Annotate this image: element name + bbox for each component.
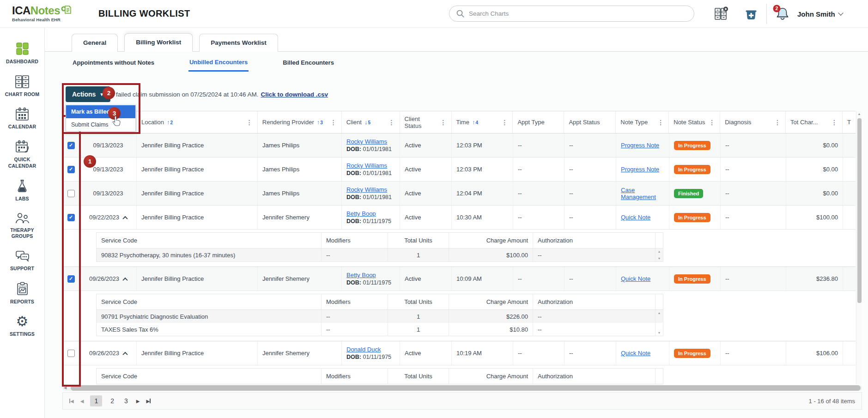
next-page-button[interactable]: ▶ [136, 399, 140, 404]
vertical-scrollbar[interactable]: ▲ [856, 111, 862, 384]
note-type-link[interactable]: Quick Note [621, 275, 664, 282]
add-chart-icon[interactable] [714, 6, 728, 20]
header-tot-charge[interactable]: Tot Char...⋮ [786, 111, 843, 133]
column-menu-icon[interactable]: ⋮ [437, 119, 447, 126]
actions-dropdown-menu: Mark as Billed Submit Claims [66, 105, 136, 132]
row-checkbox[interactable] [67, 166, 75, 173]
notifications-bell-icon[interactable]: 2 [772, 5, 791, 22]
horizontal-scroll-thumb[interactable] [71, 385, 861, 391]
column-menu-icon[interactable]: ⋮ [243, 119, 253, 126]
client-link[interactable]: Betty Boop [346, 272, 395, 279]
pharmacy-icon[interactable] [744, 6, 759, 21]
row-checkbox[interactable] [67, 142, 75, 149]
sidebar-item-settings[interactable]: ⚙ SETTINGS [0, 312, 44, 340]
scroll-up-icon[interactable]: ▲ [856, 111, 862, 115]
sidebar-item-reports[interactable]: REPORTS [0, 279, 44, 308]
topbar-divider [766, 4, 767, 24]
page-title: BILLING WORKLIST [98, 8, 190, 19]
column-menu-icon[interactable]: ⋮ [771, 119, 781, 126]
subtab-appointments-without-notes[interactable]: Appointments without Notes [72, 53, 155, 71]
column-menu-icon[interactable]: ⋮ [828, 119, 838, 126]
menu-item-submit-claims[interactable]: Submit Claims [66, 118, 135, 131]
hand-cursor-icon [112, 115, 121, 127]
subtab-billed-encounters[interactable]: Billed Encounters [282, 53, 335, 71]
detail-scroll-spinner[interactable]: ▲▼ [656, 249, 662, 261]
table-row[interactable]: 09/13/2023 Jennifer Billing Practice Jam… [62, 182, 856, 206]
prev-page-button[interactable]: ◀ [80, 399, 84, 404]
note-type-link[interactable]: Case Management [621, 187, 664, 200]
client-link[interactable]: Donald Duck [346, 346, 395, 353]
row-checkbox[interactable] [67, 190, 75, 197]
table-row[interactable]: 09/22/2023 Jennifer Billing Practice Jen… [62, 206, 856, 230]
app-logo[interactable]: ICANotes Behavioral Health EHR [12, 5, 72, 22]
client-link[interactable]: Betty Boop [346, 210, 395, 217]
header-client-status[interactable]: Client Status⋮ [400, 111, 452, 133]
labs-icon [16, 179, 29, 193]
sidebar-item-chart-room[interactable]: CHART ROOM [0, 72, 44, 101]
client-link[interactable]: Rocky Williams [346, 138, 395, 145]
header-appt-type[interactable]: Appt Type [513, 111, 564, 133]
tab-payments-worklist[interactable]: Payments Worklist [199, 34, 278, 52]
detail-scroll-spinner[interactable]: ▲▼ [656, 310, 662, 335]
header-time[interactable]: Time↑4⋮ [452, 111, 513, 133]
collapse-caret-icon[interactable] [122, 278, 127, 283]
pagination-summary: 1 - 16 of 48 items [809, 398, 855, 405]
sidebar-item-quick-calendar[interactable]: QUICK CALENDAR [0, 137, 44, 172]
search-charts-box[interactable] [449, 6, 694, 22]
subtab-unbilled-encounters[interactable]: Unbilled Encounters [188, 53, 249, 72]
row-checkbox[interactable] [67, 214, 75, 221]
search-icon [456, 9, 465, 18]
page-number-1[interactable]: 1 [90, 395, 102, 406]
header-note-type[interactable]: Note Type⋮ [616, 111, 669, 133]
note-type-link[interactable]: Quick Note [621, 214, 664, 221]
note-status-badge: In Progress [674, 165, 710, 174]
client-link[interactable]: Rocky Williams [346, 162, 395, 169]
service-detail-table: Service Code Modifiers Total Units Charg… [62, 230, 856, 267]
sidebar-item-therapy-groups[interactable]: THERAPY GROUPS [0, 209, 44, 242]
sidebar-item-dashboard[interactable]: DASHBOARD [0, 39, 44, 68]
header-appt-status[interactable]: Appt Status [564, 111, 616, 133]
table-row[interactable]: 09/26/2023 Jennifer Billing Practice Jen… [62, 341, 856, 365]
horizontal-scrollbar[interactable]: ◀ [62, 385, 862, 391]
sidebar-item-labs[interactable]: LABS [0, 176, 44, 205]
sidebar-item-calendar[interactable]: CALENDAR [0, 104, 44, 133]
page-number-3[interactable]: 3 [122, 397, 130, 405]
column-menu-icon[interactable]: ⋮ [328, 119, 337, 126]
header-rendering-provider[interactable]: Rendering Provider↑3⋮ [258, 111, 342, 133]
column-menu-icon[interactable]: ⋮ [386, 119, 395, 126]
collapse-caret-icon[interactable] [122, 352, 127, 357]
search-input[interactable] [469, 10, 687, 17]
column-menu-icon[interactable]: ⋮ [706, 119, 715, 126]
first-page-button[interactable]: ◀ [69, 399, 74, 404]
header-location[interactable]: Location↑2⋮ [137, 111, 258, 133]
table-row[interactable]: 09/13/2023 Jennifer Billing Practice Jam… [62, 158, 856, 182]
row-checkbox[interactable] [67, 275, 75, 283]
last-page-button[interactable]: ▶ [146, 399, 151, 404]
sidebar-item-support[interactable]: SUPPORT [0, 247, 44, 275]
header-diagnosis[interactable]: Diagnosis⋮ [720, 111, 786, 133]
collapse-caret-icon[interactable] [122, 216, 127, 221]
note-type-link[interactable]: Quick Note [621, 350, 664, 357]
table-row[interactable]: 09/26/2023 Jennifer Billing Practice Jen… [62, 267, 856, 291]
scroll-left-icon[interactable]: ◀ [64, 385, 67, 391]
page-number-2[interactable]: 2 [109, 397, 116, 405]
tab-general[interactable]: General [72, 34, 118, 52]
chevron-down-icon [838, 10, 843, 15]
note-type-link[interactable]: Progress Note [621, 142, 664, 149]
service-detail-table: Service Code Modifiers Total Units Charg… [62, 365, 856, 384]
header-client[interactable]: Client↓5⋮ [342, 111, 400, 133]
row-checkbox[interactable] [67, 350, 75, 357]
user-menu[interactable]: John Smith [797, 0, 843, 28]
column-menu-icon[interactable]: ⋮ [498, 119, 508, 126]
header-truncated: T [843, 111, 856, 133]
note-type-link[interactable]: Progress Note [621, 166, 664, 173]
vertical-scroll-thumb[interactable] [857, 118, 862, 303]
header-note-status[interactable]: Note Status⋮ [669, 111, 720, 133]
table-row[interactable]: 09/13/2023 Jennifer Billing Practice Jam… [62, 133, 856, 158]
client-link[interactable]: Rocky Williams [346, 186, 395, 193]
menu-item-mark-as-billed[interactable]: Mark as Billed [66, 105, 135, 118]
download-csv-link[interactable]: Click to download .csv [261, 91, 328, 98]
column-menu-icon[interactable]: ⋮ [655, 119, 664, 126]
subtab-bar: Appointments without Notes Unbilled Enco… [45, 52, 868, 72]
tab-billing-worklist[interactable]: Billing Worklist [124, 33, 193, 52]
